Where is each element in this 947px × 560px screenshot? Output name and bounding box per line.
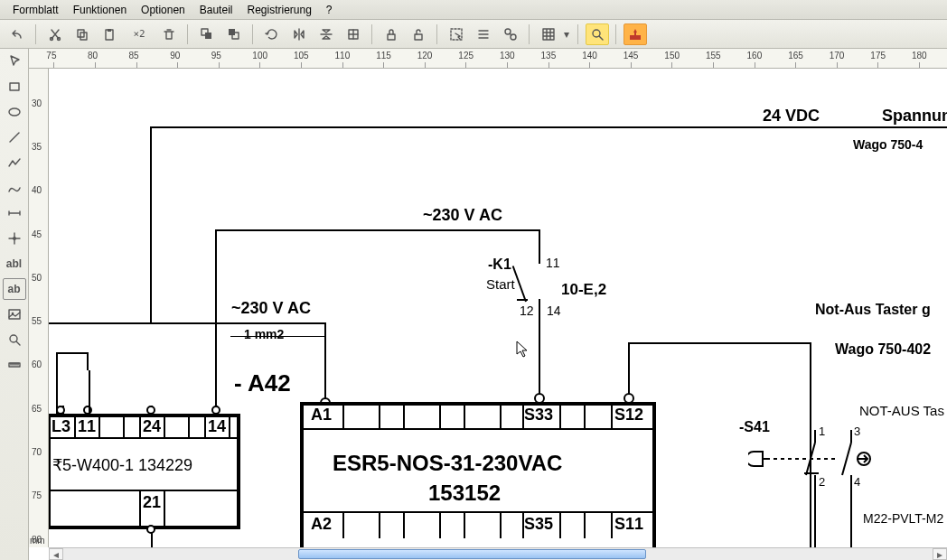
list-icon[interactable] xyxy=(472,23,495,45)
bring-front-icon[interactable] xyxy=(195,23,219,45)
find-icon[interactable] xyxy=(499,23,522,45)
zoom-icon[interactable] xyxy=(586,23,609,45)
paste-x2-icon[interactable]: ×2 xyxy=(125,23,154,45)
menu-bauteil[interactable]: Bauteil xyxy=(192,2,240,18)
rotate-icon[interactable] xyxy=(260,23,284,45)
svg-rect-11 xyxy=(388,34,395,40)
svg-rect-18 xyxy=(634,32,636,36)
menu-optionen[interactable]: Optionen xyxy=(134,2,192,18)
transform-icon[interactable] xyxy=(342,23,365,45)
toolbar: ×2 ▾ xyxy=(0,20,947,49)
copy-icon[interactable] xyxy=(70,23,94,45)
mirror-h-icon[interactable] xyxy=(287,23,311,45)
undo-icon[interactable] xyxy=(5,23,29,45)
send-back-icon[interactable] xyxy=(222,23,246,45)
unlock-icon[interactable] xyxy=(407,23,430,45)
menu-registrierung[interactable]: Registrierung xyxy=(239,2,318,18)
lock-icon[interactable] xyxy=(380,23,403,45)
grid-icon[interactable] xyxy=(537,23,560,45)
menu-funktionen[interactable]: Funktionen xyxy=(66,2,134,18)
paste-icon[interactable] xyxy=(98,23,121,45)
delete-icon[interactable] xyxy=(157,23,181,45)
x2-label: ×2 xyxy=(133,28,145,40)
mirror-v-icon[interactable] xyxy=(314,23,338,45)
run-icon[interactable] xyxy=(624,23,647,45)
svg-rect-7 xyxy=(205,33,211,39)
menu-bar: Formblatt Funktionen Optionen Bauteil Re… xyxy=(0,0,947,20)
select-area-icon[interactable] xyxy=(445,23,468,45)
cut-icon[interactable] xyxy=(43,23,67,45)
svg-rect-5 xyxy=(108,29,111,32)
menu-formblatt[interactable]: Formblatt xyxy=(5,2,66,18)
svg-rect-12 xyxy=(415,34,422,40)
menu-help[interactable]: ? xyxy=(319,2,340,18)
